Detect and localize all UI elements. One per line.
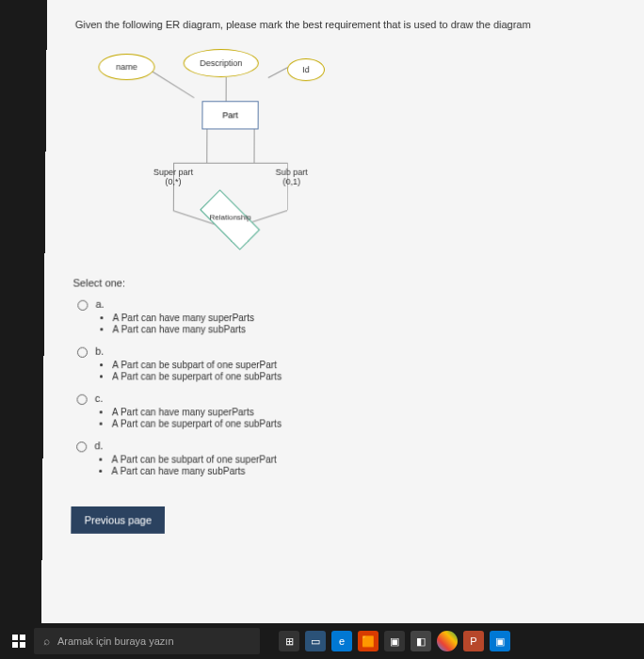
svg-rect-1 [20, 635, 25, 640]
radio-c[interactable] [76, 394, 87, 405]
app-icon[interactable]: ▣ [490, 631, 510, 651]
chrome-icon[interactable] [437, 631, 458, 651]
attribute-id: Id [287, 58, 325, 81]
option-letter: b. [95, 346, 619, 357]
file-explorer-icon[interactable]: ▭ [305, 631, 326, 651]
svg-rect-3 [20, 642, 25, 648]
option-line: A Part can have many superParts [113, 313, 619, 323]
attribute-name: name [98, 54, 154, 80]
task-view-icon[interactable]: ⊞ [279, 631, 299, 651]
svg-rect-2 [12, 642, 18, 648]
option-line: A Part can be superpart of one subParts [112, 418, 620, 428]
option-d: d. A Part can be subpart of one superPar… [76, 440, 620, 477]
select-one-label: Select one: [72, 277, 618, 288]
entity-part: Part [201, 101, 258, 129]
role-sub-label: Sub part (0,1) [268, 168, 315, 186]
option-a: a. A Part can have many superParts A Par… [77, 298, 619, 336]
app-icon[interactable]: 🟧 [358, 631, 378, 651]
option-letter: d. [94, 440, 620, 451]
search-icon: ⌕ [43, 635, 50, 648]
option-b: b. A Part can be subpart of one superPar… [77, 346, 620, 383]
quiz-page: Given the following ER diagram, please m… [41, 0, 644, 628]
search-placeholder: Aramak için buraya yazın [57, 635, 174, 647]
svg-rect-0 [12, 635, 18, 640]
start-button[interactable] [8, 630, 30, 652]
previous-page-button[interactable]: Previous page [71, 506, 165, 534]
option-line: A Part can be subpart of one superPart [111, 454, 620, 464]
radio-a[interactable] [77, 300, 88, 311]
option-letter: c. [95, 393, 620, 404]
question-text: Given the following ER diagram, please m… [75, 19, 617, 30]
app-icon[interactable]: ◧ [411, 631, 431, 651]
option-line: A Part can have many subParts [111, 466, 620, 476]
option-line: A Part can have many subParts [112, 324, 619, 334]
edge-icon[interactable]: e [331, 631, 352, 651]
app-icon[interactable]: ▣ [384, 631, 405, 651]
attribute-description: Description [184, 49, 259, 77]
role-super-label: Super part (0,*) [145, 168, 201, 186]
radio-b[interactable] [77, 347, 88, 358]
powerpoint-icon[interactable]: P [463, 631, 484, 651]
option-letter: a. [95, 298, 618, 310]
radio-d[interactable] [76, 442, 87, 452]
er-diagram: name Description Id Part Super part (0,*… [92, 49, 396, 258]
option-line: A Part can be subpart of one superPart [112, 360, 619, 370]
option-line: A Part can be superpart of one subParts [112, 371, 619, 381]
relationship-label: Relationship [195, 213, 266, 221]
taskbar-search[interactable]: ⌕ Aramak için buraya yazın [34, 628, 260, 654]
option-line: A Part can have many superParts [112, 407, 620, 417]
option-c: c. A Part can have many superParts A Par… [76, 393, 620, 430]
windows-taskbar: ⌕ Aramak için buraya yazın ⊞ ▭ e 🟧 ▣ ◧ P… [0, 623, 644, 659]
